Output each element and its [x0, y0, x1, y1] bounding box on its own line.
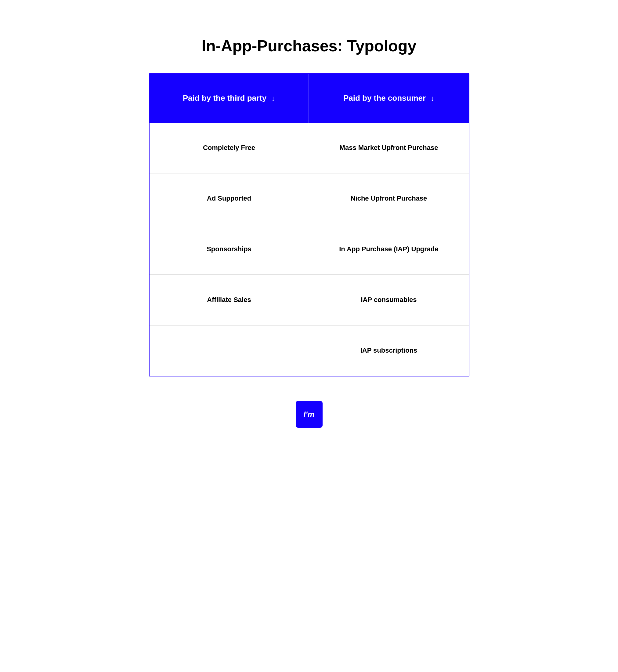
- header-cell-consumer: Paid by the consumer ↓: [309, 74, 469, 123]
- page-title: In-App-Purchases: Typology: [202, 37, 417, 55]
- header-cell-third-party: Paid by the third party ↓: [149, 74, 309, 123]
- cell-text-right-2: In App Purchase (IAP) Upgrade: [339, 245, 438, 254]
- cell-text-left-1: Ad Supported: [207, 194, 251, 203]
- table-row: IAP subscriptions: [149, 325, 469, 376]
- cell-text-left-2: Sponsorships: [207, 245, 251, 254]
- logo-container: I'm: [296, 401, 323, 428]
- cell-text-left-0: Completely Free: [203, 143, 255, 153]
- cell-right-2: In App Purchase (IAP) Upgrade: [309, 224, 469, 275]
- cell-text-right-3: IAP consumables: [361, 295, 417, 305]
- cell-left-1: Ad Supported: [149, 173, 309, 224]
- cell-left-2: Sponsorships: [149, 224, 309, 275]
- header-label-consumer: Paid by the consumer: [343, 93, 426, 103]
- logo-text: I'm: [303, 410, 315, 419]
- cell-text-right-1: Niche Upfront Purchase: [351, 194, 427, 203]
- arrow-down-icon-right: ↓: [431, 94, 434, 103]
- cell-text-right-4: IAP subscriptions: [360, 346, 417, 355]
- cell-left-3: Affiliate Sales: [149, 275, 309, 325]
- cell-right-0: Mass Market Upfront Purchase: [309, 123, 469, 173]
- arrow-down-icon-left: ↓: [271, 94, 275, 103]
- table-row: Completely Free Mass Market Upfront Purc…: [149, 123, 469, 173]
- cell-left-4: [149, 325, 309, 376]
- table-row: Affiliate Sales IAP consumables: [149, 275, 469, 325]
- table-header: Paid by the third party ↓ Paid by the co…: [149, 74, 469, 123]
- cell-right-1: Niche Upfront Purchase: [309, 173, 469, 224]
- header-label-third-party: Paid by the third party: [183, 93, 267, 103]
- cell-right-3: IAP consumables: [309, 275, 469, 325]
- table-row: Sponsorships In App Purchase (IAP) Upgra…: [149, 224, 469, 275]
- page-container: In-App-Purchases: Typology Paid by the t…: [149, 24, 470, 440]
- logo-box: I'm: [296, 401, 323, 428]
- cell-text-right-0: Mass Market Upfront Purchase: [340, 143, 438, 153]
- cell-left-0: Completely Free: [149, 123, 309, 173]
- cell-right-4: IAP subscriptions: [309, 325, 469, 376]
- typology-table: Paid by the third party ↓ Paid by the co…: [149, 73, 470, 376]
- table-row: Ad Supported Niche Upfront Purchase: [149, 173, 469, 224]
- table-body: Completely Free Mass Market Upfront Purc…: [149, 123, 469, 376]
- cell-text-left-3: Affiliate Sales: [207, 295, 251, 305]
